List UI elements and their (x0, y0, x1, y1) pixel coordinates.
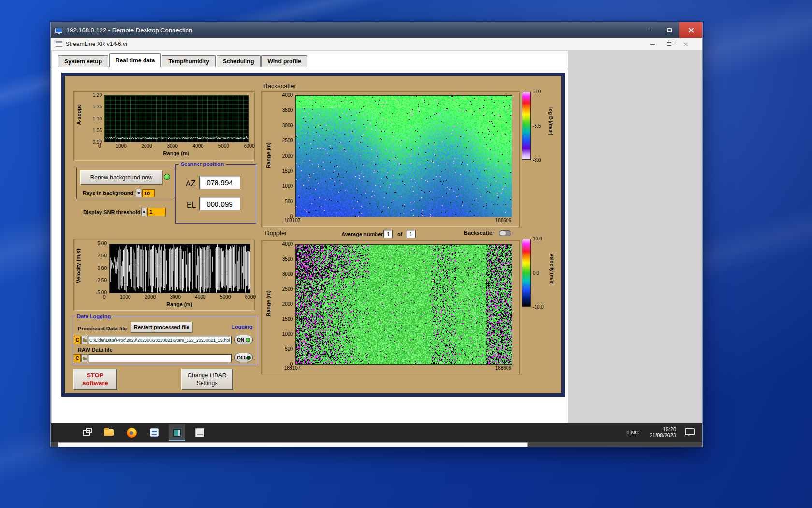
tick-label: 4000 (282, 92, 293, 98)
snr-value[interactable]: 1 (147, 208, 166, 216)
average-number-label: Average number (341, 231, 383, 237)
backscatter-toggle-label: Backscatter (464, 230, 494, 236)
firefox-button[interactable] (123, 424, 140, 441)
tick-label: 2500 (282, 286, 293, 292)
tick-label: -5.5 (533, 123, 541, 129)
language-indicator[interactable]: ENG (622, 423, 645, 442)
tick-label: 500 (285, 199, 293, 204)
close-icon (688, 27, 694, 33)
tick-label: 3000 (167, 143, 178, 149)
ascope-xticks: 0100020003000400050006000 (98, 143, 255, 149)
backscatter-heatmap (295, 95, 512, 217)
tick-label: 4000 (282, 241, 293, 247)
doppler-frame: Range (m) 400035003000250020001500100050… (261, 240, 520, 374)
scan-scheduler-button[interactable] (191, 424, 208, 441)
renew-background-button[interactable]: Renew background now (80, 170, 162, 185)
velocity-frame: Velocity (m/s) 5.002.500.00-2.50-5.00 01… (73, 239, 255, 311)
tab-wind-profile[interactable]: Wind profile (261, 55, 307, 67)
backscatter-toggle[interactable] (499, 230, 511, 236)
processed-drive-box[interactable]: C (74, 336, 81, 344)
logging-label: Logging (232, 324, 252, 329)
doppler-colorbar-ticks: 10.00.0-10.0 (533, 236, 549, 310)
processed-data-file-label: Processed Data file (78, 326, 127, 331)
raw-drive-box[interactable]: C (74, 354, 81, 362)
restart-processed-file-button[interactable]: Restart processed file (131, 322, 192, 333)
backscatter-colorbar-label: log B (/m/sr) (548, 107, 553, 135)
raw-path-field[interactable] (88, 354, 232, 362)
rdp-scrollbar-track (51, 442, 702, 447)
rays-value[interactable]: 10 (142, 189, 155, 197)
app-close-button[interactable] (677, 38, 694, 50)
tick-label: 500 (285, 346, 293, 352)
task-view-icon (83, 430, 90, 436)
rdp-scrollbar-thumb[interactable] (58, 442, 528, 447)
tick-label: 0 (98, 143, 101, 149)
tick-label: 5.00 (98, 241, 107, 246)
on-label: ON (237, 337, 244, 343)
ascope-frame: A-scope 1.201.151.101.050.99 01000200030… (73, 91, 255, 161)
processed-browse-icon[interactable] (81, 336, 87, 344)
background-led-icon (164, 174, 170, 180)
file-explorer-button[interactable] (101, 424, 117, 441)
raw-data-file-label: RAW Data file (78, 347, 113, 353)
streamline-app-button[interactable] (169, 424, 185, 441)
app-restore-button[interactable] (661, 38, 677, 50)
average-total-value[interactable]: 1 (406, 230, 416, 238)
rdp-window: 192.168.0.122 - Remote Desktop Connectio… (50, 22, 703, 447)
taskbar-icons (78, 424, 208, 441)
rdp-titlebar[interactable]: 192.168.0.122 - Remote Desktop Connectio… (51, 22, 702, 38)
processed-path-field[interactable]: C:\Lidar\Data\Proc\2023\202308\20230821\… (88, 336, 232, 344)
rdp-minimize-button[interactable] (640, 22, 660, 38)
taskbar: ENG 15:20 21/08/2023 (51, 423, 702, 442)
tab-temp-humidity[interactable]: Temp/humidity (162, 55, 215, 67)
tab-scheduling[interactable]: Scheduling (217, 55, 261, 67)
app-minimize-button[interactable] (644, 38, 661, 50)
doppler-ylabel: Range (m) (265, 290, 271, 316)
tick-label: 2500 (282, 138, 293, 143)
tick-label: 1.10 (93, 116, 102, 121)
stop-button-line2: software (82, 379, 108, 387)
raw-browse-icon[interactable] (81, 354, 87, 362)
velocity-xlabel: Range (m) (109, 301, 249, 307)
tick-label: -8.0 (533, 157, 541, 163)
velocity-yticks: 5.002.500.00-2.50-5.00 (87, 241, 107, 295)
scanner-position-group: Scanner position AZ 078.994 EL 000.099 (175, 164, 256, 224)
average-number-value[interactable]: 1 (383, 230, 393, 238)
off-led-icon (246, 356, 251, 360)
snr-spinner[interactable] (141, 208, 146, 216)
of-label: of (397, 231, 402, 237)
clock[interactable]: 15:20 21/08/2023 (645, 426, 681, 439)
raw-logging-toggle[interactable]: OFF (234, 353, 253, 362)
app-titlebar[interactable]: StreamLine XR v14-6.vi (51, 38, 702, 51)
tick-label: 1500 (282, 168, 293, 174)
scan-scheduler-icon (195, 428, 204, 437)
tick-label: 1.20 (93, 92, 102, 98)
tick-label: 2000 (282, 301, 293, 307)
stop-software-button[interactable]: STOP software (73, 369, 117, 390)
backscatter-ylabel: Range (m) (265, 142, 271, 168)
notes-app-button[interactable] (146, 424, 162, 441)
tick-label: 10.0 (533, 236, 542, 241)
backscatter-colorbar-ticks: -3.0-5.5-8.0 (533, 89, 547, 163)
tab-real-time-data[interactable]: Real time data (109, 53, 161, 67)
scanner-position-title: Scanner position (179, 161, 226, 167)
rdp-close-button[interactable] (679, 22, 702, 38)
tick-label: -10.0 (533, 304, 544, 310)
rdp-maximize-button[interactable] (660, 22, 679, 38)
backscatter-end-time: 188606 (495, 218, 511, 223)
ascope-xlabel: Range (m) (104, 150, 248, 156)
tick-label: -2.50 (96, 278, 107, 283)
background-group: Renew background now Rays in background … (76, 167, 174, 199)
off-label: OFF (237, 355, 246, 360)
processed-logging-toggle[interactable]: ON (234, 335, 253, 344)
task-view-button[interactable] (78, 424, 94, 441)
change-lidar-settings-button[interactable]: Change LiDAR Settings (181, 369, 233, 390)
rdp-title: 192.168.0.122 - Remote Desktop Connectio… (66, 27, 192, 34)
rays-spinner[interactable] (136, 189, 141, 197)
restore-icon (667, 42, 671, 46)
tick-label: 5000 (220, 294, 231, 299)
data-logging-title: Data Logging (75, 314, 113, 319)
tick-label: 4000 (195, 294, 205, 299)
tab-system-setup[interactable]: System setup (58, 55, 108, 67)
notification-center-icon[interactable] (685, 428, 695, 435)
